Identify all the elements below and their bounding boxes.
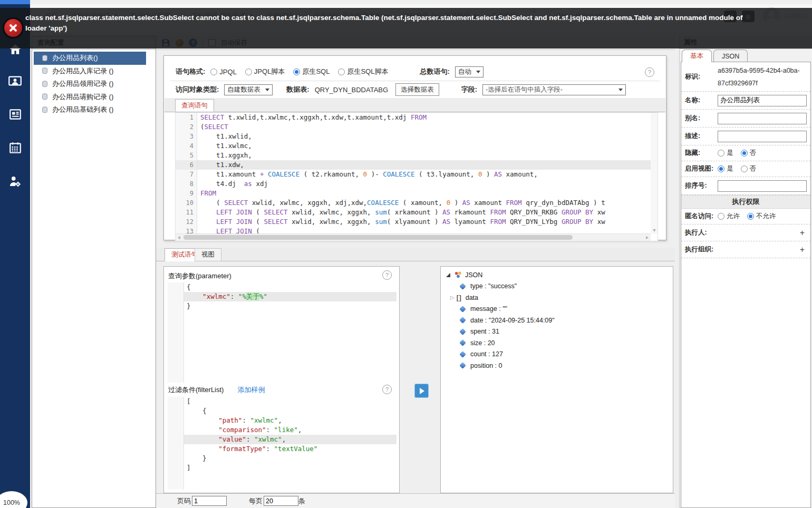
format-radio-option[interactable]: JPQL脚本 bbox=[245, 67, 285, 76]
code-text: LEFT JOIN ( SELECT xwlid, xwlmc, xggxh, … bbox=[197, 217, 658, 227]
token: "path" bbox=[218, 416, 242, 424]
json-tree-node[interactable]: size : 20 bbox=[441, 337, 673, 349]
parameter-editor[interactable]: 1{2 "xwlmc": "%关于%"3} bbox=[168, 282, 397, 383]
code-text: } bbox=[183, 301, 397, 311]
add-organization-button[interactable]: + bbox=[800, 245, 807, 255]
field-label: 字段: bbox=[461, 85, 477, 94]
sql-tabstrip: 查询语句 bbox=[165, 98, 665, 112]
token: ( bbox=[200, 123, 205, 131]
select-table-button[interactable]: 选择数据表 bbox=[395, 83, 439, 96]
tab-basic[interactable]: 基本 bbox=[682, 50, 712, 62]
scrollbar-thumb[interactable] bbox=[183, 235, 573, 240]
add-sample-link[interactable]: 添加样例 bbox=[237, 385, 265, 395]
json-tree-node[interactable]: position : 0 bbox=[441, 360, 673, 372]
sql-editor-hscrollbar[interactable] bbox=[176, 233, 651, 241]
json-tree-root[interactable]: JSON bbox=[441, 269, 673, 281]
alias-label: 别名: bbox=[685, 114, 718, 123]
hidden-radio-option[interactable]: 是 bbox=[718, 149, 733, 158]
query-config-panel: 查询配置 办公用品列表()办公用品入库记录 ()办公用品领用记录 ()办公用品请… bbox=[32, 36, 156, 508]
calendar-icon[interactable] bbox=[8, 140, 22, 154]
anonymous-radio-option[interactable]: 不允许 bbox=[747, 212, 776, 221]
format-radio-label: JPQL脚本 bbox=[254, 67, 285, 76]
access-type-select[interactable]: 自建数据表 bbox=[224, 84, 273, 95]
tree-item[interactable]: 办公用品入库记录 () bbox=[34, 65, 146, 78]
expander-closed-icon[interactable]: ▷ bbox=[450, 295, 455, 300]
line-number: 11 bbox=[176, 208, 197, 217]
radio-icon bbox=[741, 150, 748, 157]
zoom-level-indicator[interactable]: 100% bbox=[0, 491, 27, 508]
expander-open-icon[interactable] bbox=[446, 273, 450, 277]
user-monitor-icon[interactable] bbox=[8, 74, 22, 89]
id-value: a6397b5a-9595-42b4-a0ba-87cf3929697f bbox=[718, 64, 800, 90]
tree-item[interactable]: 办公用品列表() bbox=[34, 52, 146, 65]
json-tree-node[interactable]: ▷[]data bbox=[441, 292, 673, 304]
description-input[interactable] bbox=[718, 131, 807, 142]
json-tree-node[interactable]: date : "2024-09-25 15:44:09" bbox=[441, 315, 673, 326]
filter-editor[interactable]: 1[2 {3 "path": "xwlmc",4 "comparison": "… bbox=[168, 397, 397, 490]
json-tree-node[interactable]: spent : 31 bbox=[441, 326, 673, 338]
property-icon bbox=[459, 362, 466, 369]
code-text: t4.dj as xdj bbox=[197, 179, 658, 189]
page-size-label: 每页 bbox=[249, 496, 263, 506]
form-icon[interactable] bbox=[8, 107, 22, 121]
user-settings-icon[interactable] bbox=[8, 174, 22, 189]
format-radio-option[interactable]: 原生SQL脚本 bbox=[338, 67, 388, 76]
radio-icon bbox=[718, 213, 724, 220]
code-line: 4 "comparison": "like", bbox=[168, 425, 397, 435]
tab-json[interactable]: JSON bbox=[713, 50, 748, 62]
form-help-icon[interactable]: ? bbox=[645, 67, 654, 77]
token: : bbox=[230, 292, 238, 300]
tree-item[interactable]: 办公用品基础列表 () bbox=[34, 103, 146, 116]
field-row-executor: 执行人: + bbox=[681, 224, 810, 241]
json-tree-node[interactable]: type : "success" bbox=[441, 281, 673, 292]
database-icon bbox=[41, 54, 49, 62]
tab-query-statement[interactable]: 查询语句 bbox=[175, 99, 214, 112]
hidden-radio-option[interactable]: 否 bbox=[741, 149, 757, 158]
token: xwlid, xwlmc, xggxh, bbox=[288, 218, 375, 226]
code-line: 1[ bbox=[168, 397, 397, 406]
page-number-input[interactable] bbox=[192, 496, 227, 506]
view-radio-option[interactable]: 是 bbox=[718, 164, 733, 173]
page-size-unit: 条 bbox=[298, 496, 305, 506]
anonymous-radio-option[interactable]: 允许 bbox=[718, 212, 740, 221]
json-root-label: JSON bbox=[465, 271, 482, 279]
page-size-input[interactable] bbox=[264, 496, 298, 506]
tree-item[interactable]: 办公用品请购记录 () bbox=[34, 91, 146, 104]
token: SELECT bbox=[205, 123, 228, 131]
code-text: t1.xamount + COALESCE ( t2.rkamount, 0 )… bbox=[197, 170, 658, 179]
format-radio-option[interactable]: 原生SQL bbox=[293, 67, 330, 76]
parameter-help-icon[interactable]: ? bbox=[382, 270, 392, 280]
view-label: 启用视图: bbox=[685, 164, 718, 173]
database-icon bbox=[41, 80, 49, 88]
line-number: 5 bbox=[176, 151, 197, 160]
order-input[interactable] bbox=[718, 180, 807, 192]
line-number-text: 4 bbox=[190, 141, 194, 151]
add-executor-button[interactable]: + bbox=[800, 228, 807, 238]
alias-input[interactable] bbox=[718, 113, 807, 124]
token: "like" bbox=[274, 426, 298, 434]
json-tree-node[interactable]: message : "" bbox=[441, 304, 673, 315]
token: ( t3.lyamount, bbox=[414, 170, 478, 178]
code-text: t1.xwlid, bbox=[197, 132, 658, 141]
tab-view[interactable]: 视图 bbox=[195, 248, 221, 261]
filter-help-icon[interactable]: ? bbox=[382, 385, 392, 394]
database-icon bbox=[41, 93, 49, 101]
sql-editor[interactable]: 1SELECT t.xwlid,t.xwlmc,t.xggxh,t.xdw,t.… bbox=[175, 112, 658, 241]
tree-item[interactable]: 办公用品领用记录 () bbox=[34, 77, 146, 91]
json-tree-node[interactable]: count : 127 bbox=[441, 349, 673, 360]
sql-editor-vscrollbar[interactable] bbox=[651, 113, 658, 234]
property-icon bbox=[459, 328, 466, 335]
run-query-button[interactable] bbox=[414, 384, 429, 398]
view-radio-option[interactable]: 否 bbox=[741, 164, 757, 173]
token: "textValue" bbox=[274, 445, 318, 453]
token: xdj bbox=[252, 180, 268, 188]
token: "value" bbox=[218, 435, 246, 443]
token: xamount, bbox=[502, 170, 538, 178]
parameter-title: 查询参数(parameter) bbox=[168, 271, 231, 281]
field-select[interactable]: -选择后在语句中插入字段- bbox=[482, 84, 626, 95]
code-line: 5 "value": "xwlmc", bbox=[168, 435, 397, 444]
total-statement-select[interactable]: 自动 bbox=[455, 66, 484, 77]
format-radio-option[interactable]: JPQL bbox=[210, 68, 237, 76]
data-table-value: QRY_DYN_BDDATABG bbox=[315, 86, 388, 94]
name-input[interactable] bbox=[718, 95, 807, 106]
